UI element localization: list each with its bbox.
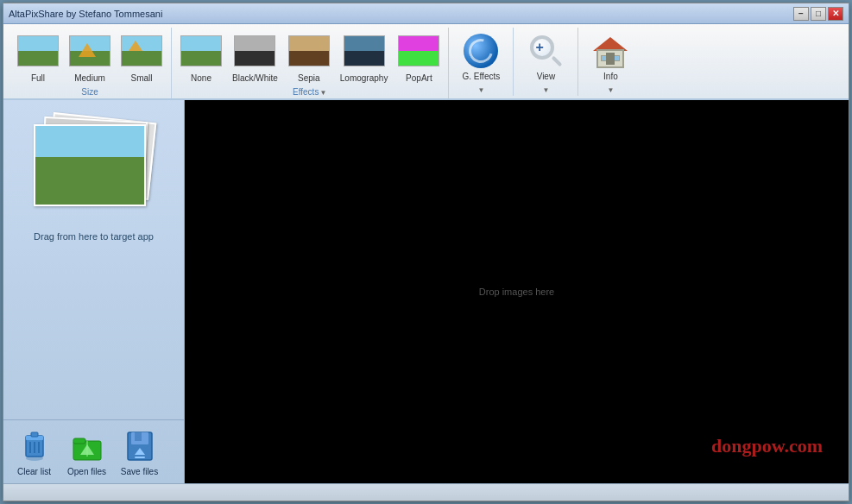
magnifier-plus-icon: +	[535, 41, 543, 54]
size-group: Full Medium	[9, 28, 172, 98]
trash-icon	[19, 431, 50, 462]
info-label: Info	[603, 72, 618, 81]
sidebar: Drag from here to target app	[3, 100, 185, 483]
geffects-group: G. Effects ▼	[449, 28, 514, 96]
bw-button[interactable]: Black/White	[229, 28, 281, 85]
geffects-dropdown-icon[interactable]: ▼	[476, 85, 485, 94]
drop-hint: Drop images here	[479, 287, 554, 297]
none-button[interactable]: None	[177, 28, 225, 85]
info-label-row: ▼	[584, 85, 637, 96]
effects-group-label: Effects	[293, 87, 319, 97]
house-body-icon	[596, 49, 624, 68]
svg-rect-13	[135, 432, 142, 441]
lomo-preview	[344, 35, 385, 66]
main-area: Drag from here to target app	[3, 100, 849, 483]
full-preview	[17, 35, 59, 66]
popart-label: PopArt	[406, 73, 432, 83]
save-files-icon	[121, 427, 159, 465]
sepia-button[interactable]: Sepia	[285, 28, 333, 85]
popart-preview	[398, 35, 439, 66]
view-group: + View ▼	[514, 28, 578, 96]
svg-rect-2	[31, 432, 38, 437]
lomography-icon	[344, 30, 385, 72]
info-button[interactable]: Info	[584, 28, 637, 84]
maximize-button[interactable]: □	[811, 7, 826, 21]
preview-card-front	[34, 124, 146, 206]
full-icon	[17, 30, 59, 72]
sidebar-actions: Clear list Open files	[3, 419, 184, 483]
svg-rect-15	[135, 457, 145, 458]
save-icon	[123, 429, 157, 463]
size-group-label: Size	[81, 87, 98, 97]
preview-stack[interactable]	[34, 117, 155, 221]
save-files-button[interactable]: Save files	[116, 427, 163, 476]
none-preview	[180, 35, 222, 66]
clear-list-button[interactable]: Clear list	[10, 427, 58, 476]
small-button[interactable]: Small	[117, 28, 166, 85]
medium-preview	[69, 35, 110, 66]
clear-list-icon	[16, 427, 54, 465]
geffects-icon	[460, 30, 502, 72]
image-preview-area: Drag from here to target app	[3, 100, 184, 419]
popart-button[interactable]: PopArt	[394, 28, 443, 85]
bw-preview	[234, 35, 275, 66]
small-label: Small	[130, 73, 152, 83]
size-items: Full Medium	[14, 28, 166, 85]
main-window: AltaPixShare by Stefano Tommesani − □ ✕ …	[3, 3, 849, 501]
view-label-row: ▼	[519, 85, 572, 96]
status-bar	[3, 483, 849, 501]
view-dropdown-icon[interactable]: ▼	[541, 85, 550, 94]
medium-arrow-icon	[79, 43, 96, 57]
effects-group-label-row: Effects ▼	[177, 87, 443, 98]
view-button[interactable]: + View	[519, 28, 572, 84]
sepia-preview	[288, 35, 330, 66]
geffects-label-row: ▼	[454, 85, 508, 96]
small-preview	[121, 35, 162, 66]
none-label: None	[191, 73, 211, 83]
window-title: AltaPixShare by Stefano Tommesani	[9, 9, 162, 19]
watermark: dongpow.com	[711, 435, 823, 457]
effects-items: None Black/White Sepia	[177, 28, 443, 85]
sepia-label: Sepia	[298, 73, 320, 83]
clear-list-label: Clear list	[17, 467, 51, 476]
house-door-icon	[606, 53, 615, 65]
drag-label: Drag from here to target app	[34, 231, 154, 242]
preview-canvas[interactable]: Drop images here dongpow.com	[185, 100, 849, 483]
folder-icon	[70, 429, 104, 463]
popart-icon	[398, 30, 439, 72]
medium-button[interactable]: Medium	[66, 28, 114, 85]
info-dropdown-icon[interactable]: ▼	[606, 85, 615, 94]
medium-icon	[69, 30, 110, 72]
geffects-button[interactable]: G. Effects	[454, 28, 508, 84]
toolbar: Full Medium	[3, 24, 849, 100]
open-files-button[interactable]: Open files	[63, 427, 110, 476]
minimize-button[interactable]: −	[793, 7, 809, 21]
effects-dropdown-icon[interactable]: ▼	[319, 88, 327, 97]
open-files-icon	[68, 427, 106, 465]
lomography-button[interactable]: Lomography	[337, 28, 392, 85]
view-icon: +	[525, 30, 566, 72]
svg-rect-8	[73, 438, 85, 444]
size-group-label-row: Size	[14, 87, 166, 98]
small-arrow-icon	[129, 41, 142, 51]
view-label: View	[537, 72, 556, 81]
medium-label: Medium	[74, 73, 105, 83]
window-controls: − □ ✕	[793, 7, 843, 21]
info-icon	[590, 30, 631, 72]
sepia-icon	[288, 30, 330, 72]
geffects-label: G. Effects	[463, 72, 501, 81]
none-icon	[180, 30, 222, 72]
toolbar-inner: Full Medium	[9, 28, 843, 98]
title-bar: AltaPixShare by Stefano Tommesani − □ ✕	[3, 3, 849, 24]
full-button[interactable]: Full	[14, 28, 62, 85]
close-button[interactable]: ✕	[828, 7, 843, 21]
info-group: Info ▼	[578, 28, 642, 96]
open-files-label: Open files	[67, 467, 106, 476]
bw-icon	[234, 30, 275, 72]
svg-point-6	[26, 456, 43, 461]
save-files-label: Save files	[121, 467, 158, 476]
magnifier-handle	[552, 56, 563, 67]
bw-label: Black/White	[232, 73, 278, 83]
lomography-label: Lomography	[340, 73, 388, 83]
full-label: Full	[31, 73, 45, 83]
